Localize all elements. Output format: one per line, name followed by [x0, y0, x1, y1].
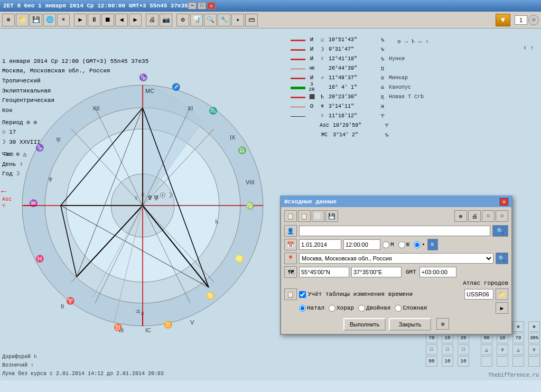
tb-chart[interactable]: 📊	[190, 14, 203, 26]
radio-natal-label[interactable]: Натал	[299, 305, 324, 312]
radio-double[interactable]	[358, 305, 365, 312]
dlg-btn-moon[interactable]: ⊕	[454, 210, 467, 222]
dlg-cal-icon[interactable]: 📅	[284, 239, 297, 250]
tb-pause[interactable]: ⏸	[88, 14, 100, 26]
tb-open[interactable]: 📁	[16, 14, 29, 26]
radio-horar-label[interactable]: Хорар	[329, 305, 354, 312]
radio-double-label[interactable]: Двойная	[358, 305, 390, 312]
lat-input[interactable]	[299, 267, 349, 277]
dlg-coord-icon[interactable]: 🗺	[284, 266, 297, 278]
svg-text:MC: MC	[145, 88, 154, 94]
radio-dot[interactable]	[414, 241, 421, 248]
gmt-input[interactable]	[419, 267, 456, 277]
tb-stop[interactable]: ⏹	[101, 14, 114, 26]
tb-print[interactable]: 🖨	[146, 14, 158, 26]
svg-text:♌: ♌	[235, 254, 244, 263]
tb-star[interactable]: ✦	[231, 14, 244, 26]
grid-cell	[481, 356, 492, 367]
tb-new[interactable]: ⊕	[2, 14, 15, 26]
timezone-checkbox-row: Учёт таблицы изменения времени	[299, 291, 413, 298]
timezone-checkbox[interactable]	[299, 291, 306, 298]
dialog-close-button[interactable]: ✕	[500, 198, 508, 206]
dialog-title: Исходные данные	[284, 199, 500, 205]
tb-db[interactable]: 🗃	[245, 14, 258, 26]
download-arrow[interactable]: ▼	[496, 14, 510, 26]
planet-row-misc: ♀ 11°16'12" ♈	[291, 111, 536, 120]
tb-search[interactable]: 🔍	[204, 14, 217, 26]
svg-text:☽: ☽	[166, 191, 173, 199]
page-number-input[interactable]: 1	[515, 15, 527, 25]
radio-m-label[interactable]: M	[383, 241, 394, 248]
svg-text:♄: ♄	[214, 218, 220, 226]
ussr-input[interactable]	[464, 289, 493, 300]
grid-cell: △	[481, 344, 492, 355]
radio-zh-label[interactable]: Ж	[398, 241, 410, 248]
tb-tools[interactable]: 🔧	[218, 14, 230, 26]
dlg-ussr-icon[interactable]: 📁	[496, 288, 508, 300]
sex-radio-group: M Ж •	[383, 241, 425, 248]
dlg-person-icon[interactable]: 👤	[284, 225, 297, 237]
radio-horar[interactable]	[329, 305, 335, 312]
dlg-btn-clear[interactable]: ⬜	[312, 210, 324, 222]
dlg-btn-radio1[interactable]: ○	[482, 210, 495, 222]
execute-button[interactable]: Выполнить	[343, 318, 386, 331]
dorifory-line1: Дорифорий ♄	[2, 353, 164, 361]
radio-zh[interactable]	[398, 241, 405, 248]
grid-cell	[512, 356, 524, 367]
tb-play[interactable]: ▶	[74, 14, 87, 26]
dlg-loc-search[interactable]: 🔍	[496, 253, 508, 264]
svg-text:IC: IC	[145, 327, 151, 333]
tb-back[interactable]: ◀	[115, 14, 128, 26]
dlg-k-button[interactable]: K	[427, 239, 438, 250]
svg-text:♑: ♑	[35, 143, 44, 152]
dlg-btn-save[interactable]: 💾	[325, 210, 338, 222]
location-select[interactable]: Москва, Московская обл., Россия	[299, 253, 493, 264]
dlg-extra-btn[interactable]: ⚙	[436, 318, 449, 330]
dlg-cb-icon[interactable]: 📋	[284, 288, 297, 300]
planet-row-asc: Asc 10°29'59" ♈	[291, 120, 536, 130]
dlg-btn-radio2[interactable]: ○	[496, 210, 508, 222]
tb-save[interactable]: 💾	[30, 14, 42, 26]
dlg-search-btn[interactable]: 🔍	[492, 225, 508, 237]
radio-complex-label[interactable]: Сложная	[395, 305, 427, 312]
dlg-btn-copy[interactable]: 📋	[284, 210, 297, 222]
dialog-toolbar: 📋 📋 ⬜ 💾 ⊕ 🖨 ○ ○	[284, 210, 508, 222]
radio-dot-label[interactable]: •	[414, 241, 425, 248]
planet-row-sun: И ☉ 10°51'43" ♑	[291, 35, 536, 44]
radio-m[interactable]	[383, 241, 389, 248]
lon-input[interactable]	[351, 267, 402, 277]
dorifory-panel: Дорифорий ♄ Возничий ♀ Луна без курса с …	[2, 353, 164, 378]
dlg-right-icon[interactable]: ▶	[496, 302, 508, 314]
radio-natal[interactable]	[299, 305, 306, 312]
name-input[interactable]	[299, 226, 490, 236]
tb-fwd[interactable]: ▶	[129, 14, 142, 26]
tb-sun[interactable]: ☀	[57, 14, 70, 26]
date-input[interactable]	[299, 239, 341, 250]
name-row: 👤 🔍	[284, 225, 508, 237]
tb-camera[interactable]: 📷	[160, 14, 172, 26]
grid-cell: ⊕	[512, 321, 524, 332]
grid-cell: □	[458, 344, 469, 355]
asc-arrow: ←	[1, 187, 6, 197]
dlg-loc-icon[interactable]: 📍	[284, 253, 297, 264]
tb-globe[interactable]: 🌐	[43, 14, 56, 26]
maximize-button[interactable]: □	[198, 2, 206, 10]
planet-table: И ☉ 10°51'43" ♑ И ☽ 9°31'47" ♑ И ♀ 12°41…	[291, 35, 536, 139]
location-row: 📍 Москва, Московская обл., Россия 🔍	[284, 253, 508, 264]
tb-circle-btn[interactable]: ○	[528, 15, 539, 25]
svg-text:♒: ♒	[29, 199, 38, 208]
radio-complex[interactable]	[395, 305, 402, 312]
grid-row-3: □ □ □ △ ▽ △ ▽	[426, 344, 540, 355]
close-button[interactable]: Закрыть	[389, 318, 431, 331]
dlg-btn-paste[interactable]: 📋	[298, 210, 311, 222]
svg-text:♑: ♑	[139, 73, 148, 82]
time-input[interactable]	[343, 239, 380, 250]
grid-cell	[528, 356, 540, 367]
minimize-button[interactable]: −	[188, 2, 197, 10]
close-button[interactable]: ✕	[207, 2, 216, 10]
aries-label: ♈	[2, 203, 5, 209]
chart-type-row: Натал Хорар Двойная Сложная ▶	[284, 302, 508, 314]
tb-settings[interactable]: ⚙	[176, 14, 189, 26]
dlg-btn-print2[interactable]: 🖨	[468, 210, 481, 222]
titlebar: ZET 8 Geo 1 января 2014 Ср 12:00:00 GMT+…	[0, 0, 541, 12]
